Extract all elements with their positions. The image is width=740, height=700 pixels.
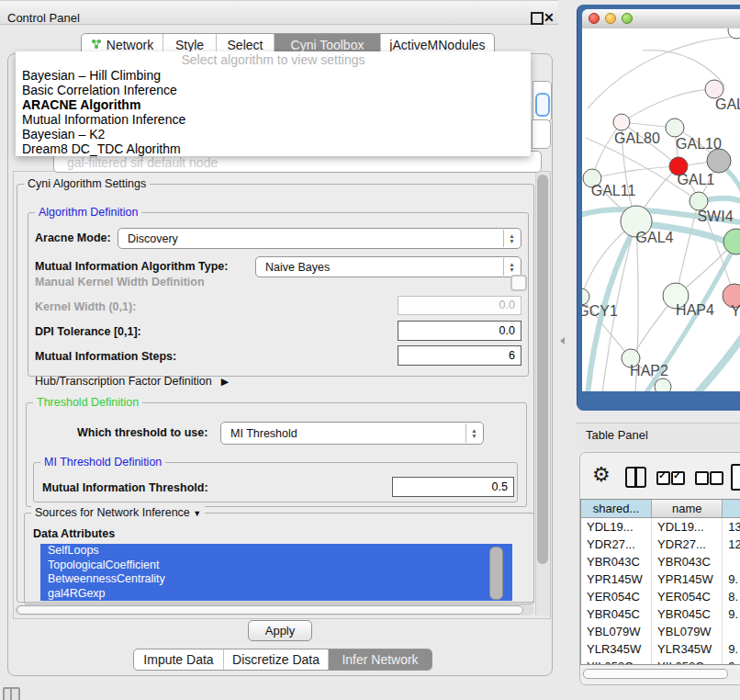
table-row[interactable]: YPR145WYPR145W9. [581,570,740,588]
stepper-arrows-icon[interactable]: ▲▼ [503,230,520,247]
network-node[interactable] [690,192,708,210]
which-threshold-select[interactable]: MI Threshold ▲▼ [220,422,484,445]
hidden-combo-sliver [532,119,551,149]
unchecked-checkbox-icon[interactable] [695,471,709,485]
mi-threshold-field[interactable]: 0.5 [392,477,514,497]
table-cell[interactable] [723,623,740,640]
data-attribute-item[interactable]: SelfLoops [40,544,512,559]
data-attribute-item[interactable]: gal4RGexp [40,587,512,602]
table-cell[interactable]: 9. [723,570,740,588]
unchecked-checkbox-icon[interactable] [710,471,723,485]
algorithm-option[interactable]: Dream8 DC_TDC Algorithm [16,141,531,156]
grid-handle-icon[interactable] [3,687,20,700]
checked-checkbox-icon[interactable]: ✓ [656,471,670,485]
column-header-cut[interactable] [723,500,740,517]
expanded-arrow-icon: ▼ [193,509,201,518]
network-node[interactable] [655,378,671,391]
hub-definition-section[interactable]: Hub/Transcription Factor Definition▶ [35,375,229,388]
table-cell[interactable]: 12 [723,536,740,553]
table-row[interactable]: YIL052CYIL052C9 [581,658,740,665]
table-cell[interactable]: YBL079W [581,623,652,640]
settings-vertical-scrollbar-thumb[interactable] [537,175,548,564]
table-cell[interactable]: 9. [723,640,740,658]
network-node[interactable] [705,80,723,98]
control-panel-titlebar[interactable] [0,0,558,25]
data-attribute-item[interactable]: BetweennessCentrality [40,572,512,587]
attributes-list-scrollbar[interactable] [489,547,503,600]
table-cell[interactable]: 9 [723,658,740,665]
file-icon[interactable] [731,464,740,491]
aracne-mode-select[interactable]: Discovery ▲▼ [118,228,521,249]
zoom-traffic-light-icon[interactable] [622,13,633,24]
mi-algorithm-type-select[interactable]: Naive Bayes ▲▼ [255,256,521,277]
gear-icon[interactable]: ⚙ [592,463,611,487]
algorithm-option[interactable]: ARACNE Algorithm [16,97,531,112]
close-traffic-light-icon[interactable] [589,13,600,24]
dpi-tolerance-field[interactable]: 0.0 [398,321,521,341]
column-header-name[interactable]: name [652,500,723,517]
table-row[interactable]: YDR27...YDR27...12 [581,536,740,553]
table-cell[interactable]: YER054C [652,588,723,605]
network-node[interactable] [707,149,731,173]
table-cell[interactable] [723,553,740,570]
table-cell[interactable]: YLR345W [581,640,652,658]
close-icon[interactable]: ✕ [544,6,555,29]
table-cell[interactable]: YBR043C [652,553,723,570]
network-node-label: Y [731,303,740,319]
tab-label: Select [228,38,263,52]
table-cell[interactable]: YBR045C [581,605,652,623]
network-node[interactable] [613,114,630,130]
table-cell[interactable]: YPR145W [652,570,723,588]
table-cell[interactable]: YBR043C [581,553,652,570]
mi-steps-field[interactable]: 6 [398,345,521,366]
tab-infer-network[interactable]: Infer Network [329,649,432,670]
algorithm-option[interactable]: Bayesian – K2 [16,127,531,141]
network-view-canvas[interactable]: GALGAL80GAL10GAL1GAL11SWI4GAL4GCY1HAP4YH… [582,28,740,391]
table-cell[interactable]: YBL079W [652,623,723,640]
algorithm-option[interactable]: Bayesian – Hill Climbing [16,68,531,83]
table-row[interactable]: YLR345WYLR345W9. [581,640,740,658]
table-cell[interactable]: YDR27... [581,536,652,553]
checked-checkbox-icon[interactable]: ✓ [671,471,685,485]
tab-discretize-data[interactable]: Discretize Data [224,649,329,670]
table-cell[interactable]: YDL19... [581,518,652,536]
tab-impute-data[interactable]: Impute Data [134,649,224,670]
table-cell[interactable]: 8. [723,588,740,605]
table-cell[interactable]: YBR045C [652,605,723,623]
data-attribute-item[interactable]: TopologicalCoefficient [40,559,512,573]
table-row[interactable]: YDL19...YDL19...13 [581,518,740,536]
table-cell[interactable]: YDR27... [652,536,723,553]
algorithm-option[interactable]: Mutual Information Inference [16,112,531,127]
data-attributes-list[interactable]: SelfLoopsTopologicalCoefficientBetweenne… [40,544,512,601]
table-cell[interactable]: YLR345W [652,640,723,658]
table-cell[interactable]: YPR145W [581,570,652,588]
algorithm-option[interactable]: Basic Correlation Inference [16,83,531,97]
stepper-arrows-icon[interactable]: ▲▼ [465,423,482,443]
network-node[interactable] [666,119,684,137]
table-horizontal-scrollbar-thumb[interactable] [583,669,728,679]
dpi-tolerance-label: DPI Tolerance [0,1]: [35,322,141,341]
table-cell[interactable]: 13 [723,518,740,536]
table-row[interactable]: YBL079WYBL079W [581,623,740,640]
table-row[interactable]: YER054CYER054C8. [581,588,740,605]
settings-horizontal-scrollbar-thumb[interactable] [17,605,523,615]
sources-legend[interactable]: Sources for Network Inference ▼ [31,506,205,519]
table-row[interactable]: YBR043CYBR043C [581,553,740,570]
table-cell[interactable]: YIL052C [652,658,723,665]
manual-kernel-width-checkbox[interactable] [510,275,527,291]
splitter-collapse-icon[interactable] [560,337,565,344]
table-cell[interactable]: 9. [723,605,740,623]
table-cell[interactable]: YER054C [581,588,652,605]
table-cell[interactable]: YDL19... [652,518,723,536]
network-window-titlebar[interactable] [582,9,740,29]
table-cell[interactable]: YIL052C [581,658,652,665]
minimize-traffic-light-icon[interactable] [605,13,616,24]
stepper-arrows-icon[interactable]: ▲▼ [503,258,520,276]
table-row[interactable]: YBR045CYBR045C9. [581,605,740,623]
apply-button[interactable]: Apply [248,620,312,641]
float-window-icon[interactable] [531,12,544,25]
tab-label: Impute Data [143,652,213,667]
column-layout-icon[interactable] [625,467,646,488]
column-header-shared[interactable]: shared... [581,500,652,517]
application-window: Control Panel ✕ Network Style Select Cyn… [0,0,740,700]
